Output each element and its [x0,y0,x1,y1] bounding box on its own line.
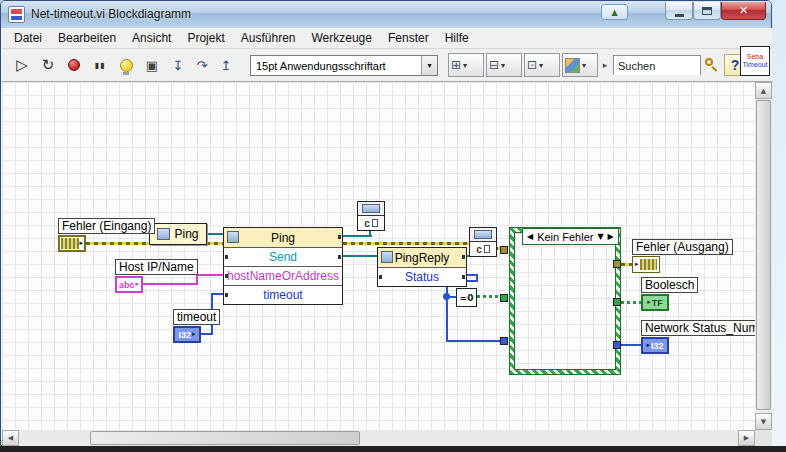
menu-item-projekt[interactable]: Projekt [179,29,232,47]
menu-item-ansicht[interactable]: Ansicht [124,29,179,47]
case-selector-text[interactable]: Kein Fehler [537,231,593,243]
titlebar[interactable]: Net-timeout.vi Blockdiagramm ▲ ✕ [1,1,771,28]
case-tunnel-error-out[interactable] [613,260,621,268]
minimize-button[interactable] [665,2,693,20]
align-icon: ⊞ [451,58,461,72]
case-next-icon[interactable]: ▶ [608,232,614,241]
reference-wire[interactable] [369,230,371,237]
menu-item-bearbeiten[interactable]: Bearbeiten [50,29,124,47]
taskbar[interactable] [0,446,786,452]
up-arrow-icon: ▲ [611,8,617,17]
int-wire[interactable] [446,280,448,342]
step-out-button[interactable]: ↥ [214,53,238,77]
case-tunnel-bool-out[interactable] [613,298,621,306]
case-tunnel-int-in[interactable] [500,337,508,345]
error-out-terminal[interactable]: ▸ [632,256,660,273]
distribute-objects-dropdown[interactable]: ⊟ ▾ [486,53,522,77]
case-tunnel-error-in[interactable] [500,246,508,254]
font-selector[interactable]: 15pt Anwendungsschriftart ▾ [250,55,438,76]
boolean-wire[interactable] [477,295,501,298]
case-tunnel-bool-in[interactable] [500,294,508,302]
scroll-left-button[interactable]: ◀ [2,430,19,446]
maximize-button[interactable] [693,2,721,20]
menu-bar: Datei Bearbeiten Ansicht Projekt Ausführ… [2,28,772,49]
string-wire[interactable] [196,274,224,276]
dotnet-object-icon [157,228,170,240]
close-reference-node[interactable]: c [357,201,385,231]
reference-wire[interactable] [343,235,372,237]
step-over-button[interactable]: ↷ [190,53,214,77]
menu-item-hilfe[interactable]: Hilfe [437,29,477,47]
reference-wire[interactable] [343,255,378,257]
error-out-label[interactable]: Fehler (Ausgang) [632,239,733,255]
search-advance-button[interactable]: ▸ [598,53,612,77]
equal-to-zero-node[interactable]: =0 [456,288,477,307]
case-structure-interior[interactable] [514,232,616,370]
int-wire[interactable] [621,344,642,346]
horizontal-scrollbar[interactable]: ◀ ▶ [2,430,755,446]
invoke-row-hostname[interactable]: hostNameOrAddress [224,266,342,285]
error-in-terminal[interactable]: ▸ [58,235,86,252]
case-tunnel-int-out[interactable] [613,341,621,349]
close-button[interactable]: ✕ [721,2,766,20]
search-icon [703,56,719,74]
search-input[interactable] [614,57,700,75]
menu-item-fenster[interactable]: Fenster [380,29,437,47]
timeout-label[interactable]: timeout [173,309,220,325]
search-button[interactable] [702,53,720,77]
error-in-label[interactable]: Fehler (Eingang) [58,218,155,234]
int-wire[interactable] [446,340,501,342]
highlight-execution-button[interactable] [114,53,138,77]
i32-terminal-text: I32 [651,341,664,351]
invoke-node-title[interactable]: Ping [224,228,342,247]
menu-item-datei[interactable]: Datei [6,29,50,47]
abort-button[interactable] [62,53,86,77]
block-diagram-canvas[interactable]: ◀ Kein Fehler ▼ ▶ Ping Ping [2,82,755,430]
vi-icon[interactable]: Seba Timeout [740,46,770,76]
run-continuous-button[interactable]: ↻ [36,53,60,77]
case-previous-icon[interactable]: ◀ [527,232,533,241]
scroll-up-button[interactable]: ▲ [755,82,772,99]
page-icon [484,245,490,253]
chevron-down-icon[interactable]: ▾ [421,56,437,75]
pingreply-property-node[interactable]: PingReply Status [377,247,467,287]
run-button[interactable]: ▷ [10,53,34,77]
close-reference-node[interactable]: c [469,227,497,257]
string-wire[interactable] [143,283,198,285]
align-objects-dropdown[interactable]: ⊞ ▾ [448,53,484,77]
property-node-title[interactable]: PingReply [378,248,466,267]
invoke-row-send[interactable]: Send [224,247,342,266]
case-dropdown-icon[interactable]: ▼ [597,232,603,241]
retain-wire-values-button[interactable]: ▣ [140,53,164,77]
reference-wire[interactable] [206,233,224,235]
ping-constructor-node[interactable]: Ping [149,223,207,245]
host-label[interactable]: Host IP/Name [115,259,198,275]
numeric-i32-terminal[interactable]: ▸ I32 [641,337,669,354]
step-into-button[interactable]: ↧ [166,53,190,77]
scroll-right-button[interactable]: ▶ [738,430,755,446]
scroll-down-button[interactable]: ▼ [755,413,772,430]
search-field[interactable] [613,55,701,75]
invoke-row-timeout[interactable]: timeout [224,285,342,304]
timeout-i32-terminal[interactable]: I32 ▸ [173,326,201,343]
pause-button[interactable]: ▮▮ [88,53,112,77]
vertical-scroll-thumb[interactable] [756,100,771,410]
menu-item-werkzeuge[interactable]: Werkzeuge [303,29,379,47]
case-selector-label[interactable]: ◀ Kein Fehler ▼ ▶ [522,228,619,245]
host-string-terminal[interactable]: abc ▸ [115,276,143,293]
cleanup-diagram-dropdown[interactable]: ▾ [562,53,598,77]
ping-invoke-node[interactable]: Ping Send hostNameOrAddress timeout [223,227,343,305]
resize-objects-dropdown[interactable]: ⊡ ▾ [524,53,560,77]
boolean-tf-terminal[interactable]: ▸ TF [641,294,669,311]
boolean-wire[interactable] [621,301,642,304]
maximize-icon [702,7,712,15]
horizontal-scroll-thumb[interactable] [90,431,360,445]
case-structure[interactable] [509,227,621,375]
property-row-status[interactable]: Status [378,267,466,286]
vertical-scrollbar[interactable]: ▲ ▼ [755,82,772,430]
numeric-label[interactable]: Network Status_Num [641,320,755,336]
menu-item-ausfuehren[interactable]: Ausführen [233,29,304,47]
boolean-label[interactable]: Boolesch [641,277,698,293]
titlebar-extra-button[interactable]: ▲ [601,4,628,20]
wire-junction-dot[interactable] [443,293,450,300]
